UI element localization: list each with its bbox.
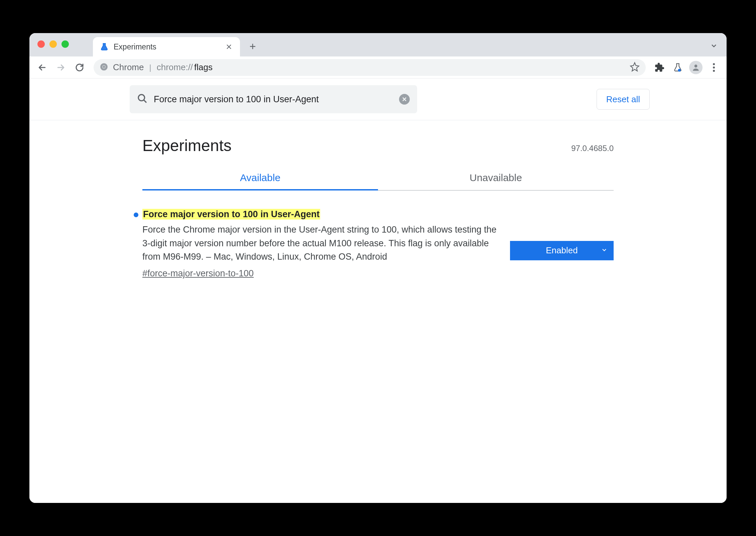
flag-state-select[interactable]: Enabled xyxy=(510,241,614,260)
chrome-menu-button[interactable] xyxy=(706,59,722,76)
page-header: Experiments 97.0.4685.0 xyxy=(142,120,614,165)
flag-description: Force the Chrome major version in the Us… xyxy=(142,223,500,264)
tab-unavailable[interactable]: Unavailable xyxy=(378,165,614,190)
svg-point-8 xyxy=(713,66,715,69)
toolbar-actions xyxy=(652,59,722,76)
svg-point-7 xyxy=(713,63,715,65)
address-bar-text: Chrome | chrome://flags xyxy=(113,62,213,73)
svg-point-9 xyxy=(713,70,715,72)
tabs-strip: Experiments xyxy=(93,33,261,56)
search-icon xyxy=(137,93,148,105)
search-value: Force major version to 100 in User-Agent xyxy=(154,94,393,105)
flask-icon xyxy=(100,42,109,51)
search-input[interactable]: Force major version to 100 in User-Agent xyxy=(130,85,417,113)
window-controls xyxy=(37,40,69,48)
svg-point-3 xyxy=(103,65,105,68)
minimize-window-button[interactable] xyxy=(49,40,57,48)
search-row: Force major version to 100 in User-Agent… xyxy=(29,79,727,120)
browser-tab[interactable]: Experiments xyxy=(93,37,240,56)
flag-item: Force major version to 100 in User-Agent… xyxy=(142,190,614,279)
maximize-window-button[interactable] xyxy=(61,40,69,48)
flag-permalink[interactable]: #force-major-version-to-100 xyxy=(142,268,254,279)
close-window-button[interactable] xyxy=(37,40,45,48)
chrome-icon xyxy=(100,62,108,73)
svg-rect-4 xyxy=(676,63,679,64)
flag-details: Force major version to 100 in User-Agent… xyxy=(142,209,500,279)
reset-all-button[interactable]: Reset all xyxy=(597,89,650,110)
avatar-icon xyxy=(689,61,703,74)
tab-available[interactable]: Available xyxy=(142,165,378,190)
new-tab-button[interactable] xyxy=(245,38,261,54)
svg-point-10 xyxy=(138,95,145,101)
content-area: Experiments 97.0.4685.0 Available Unavai… xyxy=(136,120,620,279)
forward-button[interactable] xyxy=(53,59,69,76)
address-bar[interactable]: Chrome | chrome://flags xyxy=(94,59,646,76)
toolbar: Chrome | chrome://flags xyxy=(29,56,727,79)
svg-point-5 xyxy=(678,69,681,72)
page-content: Force major version to 100 in User-Agent… xyxy=(29,79,727,503)
back-button[interactable] xyxy=(34,59,50,76)
page-title: Experiments xyxy=(142,136,232,155)
modified-indicator-icon xyxy=(134,213,138,217)
tab-title: Experiments xyxy=(114,42,220,51)
chevron-down-icon xyxy=(601,245,608,256)
version-label: 97.0.4685.0 xyxy=(571,144,614,153)
clear-search-button[interactable] xyxy=(399,94,410,105)
flag-title: Force major version to 100 in User-Agent xyxy=(142,209,320,220)
tabs-row: Available Unavailable xyxy=(142,165,614,190)
labs-button[interactable] xyxy=(670,59,686,76)
reload-button[interactable] xyxy=(72,59,88,76)
close-tab-button[interactable] xyxy=(225,42,233,51)
tab-search-button[interactable] xyxy=(709,40,719,51)
svg-rect-0 xyxy=(103,43,106,44)
browser-window: Experiments Chr xyxy=(29,33,727,503)
profile-button[interactable] xyxy=(688,59,704,76)
svg-point-6 xyxy=(695,64,698,68)
titlebar: Experiments xyxy=(29,33,727,56)
extensions-button[interactable] xyxy=(652,59,668,76)
bookmark-star-icon[interactable] xyxy=(630,62,640,73)
